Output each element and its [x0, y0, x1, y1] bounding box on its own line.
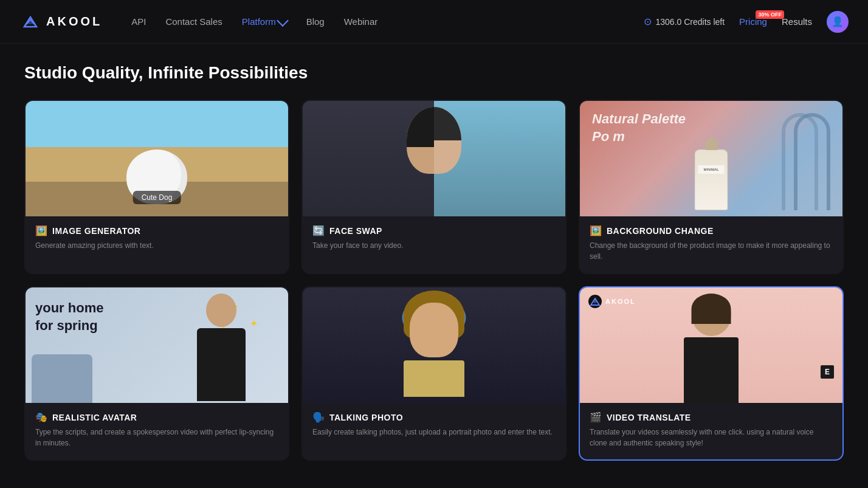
- image-generator-desc: Generate amazing pictures with text.: [35, 240, 278, 251]
- logo-text: AKOOL: [46, 15, 102, 29]
- cards-grid: Cute Dog 🖼️ IMAGE GENERATOR Generate ama…: [24, 100, 844, 461]
- background-change-title: BACKGROUND CHANGE: [607, 226, 714, 236]
- perfume-bottle: MINIMAL: [695, 149, 728, 210]
- results-link[interactable]: Results: [782, 16, 812, 27]
- nav-right: ⊙ 1306.0 Credits left Pricing 30% OFF Re…: [644, 11, 849, 33]
- avatar-text-line2: for spring: [35, 317, 103, 335]
- card-talking-photo[interactable]: 🗣️ TALKING PHOTO Easily create talking p…: [301, 286, 567, 461]
- pricing-badge: 30% OFF: [756, 10, 784, 19]
- card-image-generator-preview: Cute Dog: [26, 101, 288, 216]
- realistic-avatar-title: REALISTIC AVATAR: [52, 413, 137, 422]
- nav-blog[interactable]: Blog: [306, 16, 325, 27]
- nav-contact-sales[interactable]: Contact Sales: [165, 16, 222, 27]
- card-realistic-avatar-preview: your home for spring ✦ ✦ ✦: [26, 287, 288, 403]
- card-talking-photo-preview: [303, 287, 565, 403]
- video-translate-desc: Translate your videos seamlessly with on…: [590, 427, 833, 448]
- card-talking-photo-body: 🗣️ TALKING PHOTO Easily create talking p…: [303, 403, 565, 448]
- card-video-translate[interactable]: AKOOL E 🎬 VIDEO TRANSLATE Translate your…: [579, 286, 844, 461]
- svg-point-3: [593, 300, 597, 303]
- face-swap-desc: Take your face to any video.: [312, 240, 556, 251]
- platform-chevron-icon: [277, 15, 289, 27]
- talking-photo-title: TALKING PHOTO: [329, 413, 403, 422]
- main-content: Studio Quality, Infinite Possibilities C…: [0, 44, 868, 480]
- nav-links: API Contact Sales Platform Blog Webinar: [131, 16, 644, 27]
- vt-logo-icon: [588, 295, 602, 308]
- face-swap-title: FACE SWAP: [329, 226, 382, 236]
- perfume-cap: [705, 138, 717, 150]
- talking-photo-desc: Easily create talking photos, just uploa…: [312, 427, 556, 438]
- page-title: Studio Quality, Infinite Possibilities: [24, 63, 844, 83]
- card-image-generator[interactable]: Cute Dog 🖼️ IMAGE GENERATOR Generate ama…: [24, 100, 289, 274]
- credits-text: 1306.0 Credits left: [655, 17, 725, 27]
- card-background-change[interactable]: Natural Palette Po m MINIMAL 🖼️ BACKGROU…: [579, 100, 844, 274]
- image-generator-icon: 🖼️: [35, 225, 47, 236]
- logo[interactable]: AKOOL: [19, 11, 102, 33]
- card-face-swap-body: 🔄 FACE SWAP Take your face to any video.: [303, 216, 565, 262]
- dog-label: Cute Dog: [133, 191, 181, 204]
- image-generator-title: IMAGE GENERATOR: [52, 226, 140, 236]
- background-change-icon: 🖼️: [590, 225, 602, 236]
- card-face-swap-preview: [303, 101, 565, 216]
- video-translate-title: VIDEO TRANSLATE: [607, 413, 691, 422]
- akool-logo-icon: [19, 11, 41, 33]
- pricing-container: Pricing 30% OFF: [739, 16, 767, 27]
- background-change-desc: Change the background of the product ima…: [590, 240, 833, 262]
- vt-e-badge: E: [821, 365, 834, 379]
- realistic-avatar-icon: 🎭: [35, 411, 47, 423]
- realistic-avatar-desc: Type the scripts, and create a spokesper…: [35, 427, 278, 448]
- card-image-generator-body: 🖼️ IMAGE GENERATOR Generate amazing pict…: [26, 216, 288, 262]
- chair-decor: [32, 354, 92, 403]
- nav-api[interactable]: API: [131, 16, 146, 27]
- person-silhouette: [191, 294, 252, 403]
- card-background-change-preview: Natural Palette Po m MINIMAL: [580, 101, 842, 216]
- arch-decoration2: [782, 113, 818, 210]
- user-avatar[interactable]: 👤: [827, 11, 849, 33]
- card-video-translate-preview: AKOOL E: [580, 287, 842, 403]
- svg-point-1: [28, 19, 33, 24]
- nav-platform[interactable]: Platform: [242, 16, 287, 27]
- navbar: AKOOL API Contact Sales Platform Blog We…: [0, 0, 868, 44]
- perfume-label: MINIMAL: [698, 165, 725, 174]
- card-face-swap[interactable]: 🔄 FACE SWAP Take your face to any video.: [301, 100, 567, 274]
- talking-photo-icon: 🗣️: [312, 411, 325, 423]
- vt-akool-logo: AKOOL: [588, 295, 636, 308]
- avatar-text-line1: your home: [35, 300, 103, 317]
- face-swap-icon: 🔄: [312, 225, 325, 236]
- credits-icon: ⊙: [644, 16, 652, 27]
- video-translate-icon: 🎬: [590, 411, 602, 423]
- card-realistic-avatar-body: 🎭 REALISTIC AVATAR Type the scripts, and…: [26, 403, 288, 459]
- nav-webinar[interactable]: Webinar: [344, 16, 378, 27]
- card-background-change-body: 🖼️ BACKGROUND CHANGE Change the backgrou…: [580, 216, 842, 273]
- credits-area: ⊙ 1306.0 Credits left: [644, 16, 725, 27]
- card-video-translate-body: 🎬 VIDEO TRANSLATE Translate your videos …: [580, 403, 842, 459]
- card-realistic-avatar[interactable]: your home for spring ✦ ✦ ✦ 🎭 REALISTIC A…: [24, 286, 289, 461]
